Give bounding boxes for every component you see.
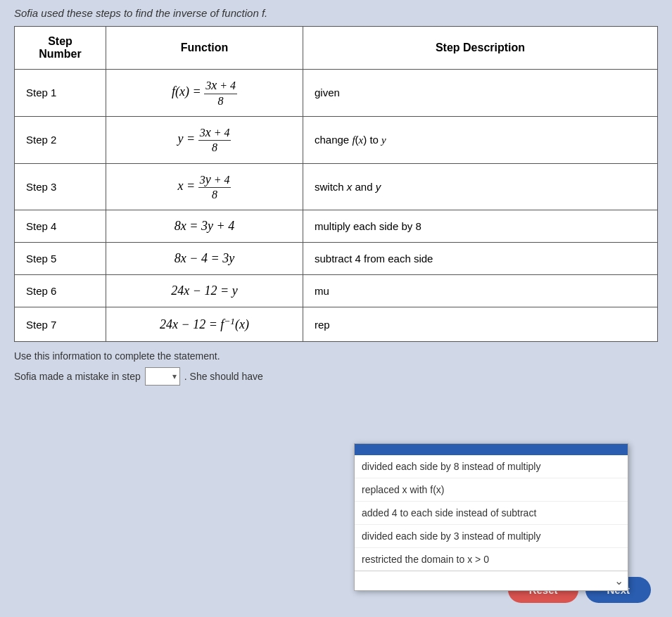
step-select[interactable]: 1 2 3 4 5 6 7 <box>145 367 180 386</box>
popup-option-2[interactable]: replaced x with f(x) <box>355 478 628 502</box>
steps-table: Step Number Function Step Description St… <box>14 26 658 342</box>
function-cell: y = 3x + 4 8 <box>106 116 303 163</box>
step-description: change f(x) to y <box>303 116 658 163</box>
info-text: Use this information to complete the sta… <box>14 350 658 362</box>
col-header-function: Function <box>106 27 303 70</box>
table-row: Step 2 y = 3x + 4 8 change f(x) to y <box>15 116 658 163</box>
step-label: Step 3 <box>15 163 106 210</box>
step-description: multiply each side by 8 <box>303 210 658 243</box>
step-label: Step 2 <box>15 116 106 163</box>
step-description: rep <box>303 307 658 341</box>
step-label: Step 6 <box>15 275 106 307</box>
popup-option-4[interactable]: divided each side by 3 instead of multip… <box>355 525 628 548</box>
step-label: Step 4 <box>15 210 106 243</box>
statement-row: Sofia made a mistake in step 1 2 3 4 5 6… <box>14 367 658 386</box>
col-header-step: Step Number <box>15 27 106 70</box>
step-dropdown-wrapper[interactable]: 1 2 3 4 5 6 7 ▾ <box>145 367 180 386</box>
intro-text: Sofia used these steps to find the inver… <box>14 7 658 19</box>
popup-footer: ⌄ <box>355 571 628 590</box>
table-row: Step 4 8x = 3y + 4 multiply each side by… <box>15 210 658 243</box>
popup-header <box>355 444 628 455</box>
step-description: subtract 4 from each side <box>303 243 658 275</box>
function-cell: 24x − 12 = y <box>106 275 303 307</box>
step-description: mu <box>303 275 658 307</box>
table-row: Step 5 8x − 4 = 3y subtract 4 from each … <box>15 243 658 275</box>
table-row: Step 3 x = 3y + 4 8 switch x and y <box>15 163 658 210</box>
table-row: Step 1 f(x) = 3x + 4 8 given <box>15 70 658 117</box>
function-cell: 8x − 4 = 3y <box>106 243 303 275</box>
step-description: given <box>303 70 658 117</box>
step-label: Step 1 <box>15 70 106 117</box>
statement-suffix: . She should have <box>184 371 263 382</box>
table-row: Step 7 24x − 12 = f−1(x) rep <box>15 307 658 341</box>
function-cell: x = 3y + 4 8 <box>106 163 303 210</box>
statement-prefix: Sofia made a mistake in step <box>14 371 141 382</box>
col-header-description: Step Description <box>303 27 658 70</box>
chevron-down-icon[interactable]: ⌄ <box>614 574 623 587</box>
function-cell: 8x = 3y + 4 <box>106 210 303 243</box>
step-label: Step 5 <box>15 243 106 275</box>
function-cell: f(x) = 3x + 4 8 <box>106 70 303 117</box>
step-label: Step 7 <box>15 307 106 341</box>
options-popup: divided each side by 8 instead of multip… <box>354 443 628 591</box>
function-cell: 24x − 12 = f−1(x) <box>106 307 303 341</box>
popup-option-5[interactable]: restricted the domain to x > 0 <box>355 548 628 571</box>
step-description: switch x and y <box>303 163 658 210</box>
table-row: Step 6 24x − 12 = y mu <box>15 275 658 307</box>
popup-options-list: divided each side by 8 instead of multip… <box>355 455 628 571</box>
popup-option-1[interactable]: divided each side by 8 instead of multip… <box>355 455 628 478</box>
popup-option-3[interactable]: added 4 to each side instead of subtract <box>355 502 628 525</box>
